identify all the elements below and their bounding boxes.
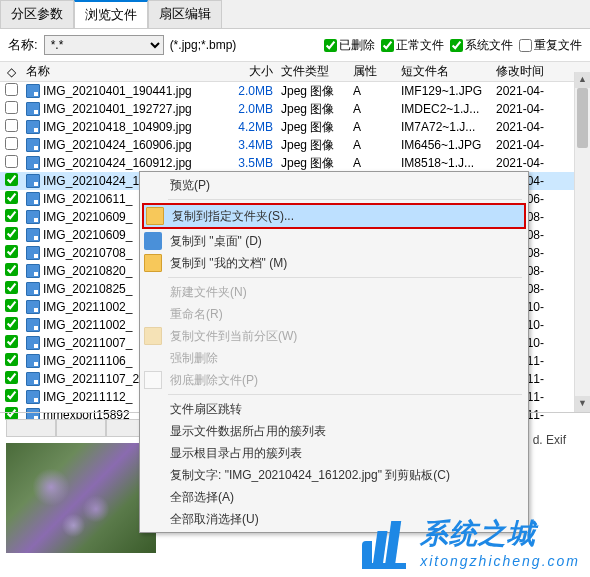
file-icon — [26, 138, 40, 152]
file-name: IMG_20211106_ — [43, 354, 132, 368]
row-checkbox[interactable] — [5, 119, 18, 132]
file-name: IMG_20210418_104909.jpg — [43, 120, 192, 134]
file-size: 3.5MB — [222, 156, 277, 170]
file-name: IMG_20211002_ — [43, 300, 132, 314]
file-size: 3.4MB — [222, 138, 277, 152]
menu-preview[interactable]: 预览(P) — [142, 174, 526, 196]
col-attr[interactable]: 属性 — [349, 63, 397, 80]
file-attr: A — [349, 120, 397, 134]
col-short[interactable]: 短文件名 — [397, 63, 492, 80]
row-checkbox[interactable] — [5, 281, 18, 294]
file-icon — [26, 372, 40, 386]
file-name: IMG_20210820_ — [43, 264, 132, 278]
file-icon — [26, 174, 40, 188]
file-icon — [26, 300, 40, 314]
tab-sector-edit[interactable]: 扇区编辑 — [148, 0, 222, 28]
row-checkbox[interactable] — [5, 209, 18, 222]
col-type[interactable]: 文件类型 — [277, 63, 349, 80]
table-row[interactable]: IMG_20210418_104909.jpg4.2MBJpeg 图像AIM7A… — [0, 118, 590, 136]
check-duplicate[interactable]: 重复文件 — [519, 37, 582, 54]
col-check[interactable]: ◇ — [0, 65, 22, 79]
menu-force-delete[interactable]: 强制删除 — [142, 347, 526, 369]
file-name: IMG_20210611_ — [43, 192, 132, 206]
check-normal[interactable]: 正常文件 — [381, 37, 444, 54]
file-type: Jpeg 图像 — [277, 155, 349, 172]
table-header: ◇ 名称 大小 文件类型 属性 短文件名 修改时间 — [0, 62, 590, 82]
menu-new-folder[interactable]: 新建文件夹(N) — [142, 281, 526, 303]
menu-copy-partition[interactable]: 复制文件到当前分区(W) — [142, 325, 526, 347]
tab-browse[interactable]: 浏览文件 — [74, 0, 148, 28]
file-icon — [26, 336, 40, 350]
file-icon — [26, 282, 40, 296]
file-name: IMG_20211112_ — [43, 390, 132, 404]
scroll-down-arrow[interactable]: ▼ — [575, 396, 590, 412]
file-name: IMG_20211002_ — [43, 318, 132, 332]
row-checkbox[interactable] — [5, 353, 18, 366]
file-icon — [26, 120, 40, 134]
file-short: IMDEC2~1.J... — [397, 102, 492, 116]
file-name: IMG_20210609_ — [43, 228, 132, 242]
menu-rename[interactable]: 重命名(R) — [142, 303, 526, 325]
file-short: IMF129~1.JPG — [397, 84, 492, 98]
row-checkbox[interactable] — [5, 191, 18, 204]
scroll-thumb[interactable] — [577, 88, 588, 148]
row-checkbox[interactable] — [5, 227, 18, 240]
table-row[interactable]: IMG_20210401_192727.jpg2.0MBJpeg 图像AIMDE… — [0, 100, 590, 118]
row-checkbox[interactable] — [5, 137, 18, 150]
file-name: IMG_20211107_2 — [43, 372, 139, 386]
file-short: IM6456~1.JPG — [397, 138, 492, 152]
ext-hint: (*.jpg;*.bmp) — [170, 38, 237, 52]
row-checkbox[interactable] — [5, 263, 18, 276]
table-row[interactable]: IMG_20210424_160912.jpg3.5MBJpeg 图像AIM85… — [0, 154, 590, 172]
file-name: IMG_20210424_160906.jpg — [43, 138, 192, 152]
file-short: IM8518~1.J... — [397, 156, 492, 170]
row-checkbox[interactable] — [5, 101, 18, 114]
vertical-scrollbar[interactable]: ▲ ▼ — [574, 72, 590, 412]
file-icon — [26, 102, 40, 116]
row-checkbox[interactable] — [5, 155, 18, 168]
menu-perm-delete[interactable]: 彻底删除文件(P) — [142, 369, 526, 391]
menu-select-all[interactable]: 全部选择(A) — [142, 486, 526, 508]
menu-copy-to-folder[interactable]: 复制到指定文件夹(S)... — [144, 205, 524, 227]
scroll-up-arrow[interactable]: ▲ — [575, 72, 590, 88]
check-system[interactable]: 系统文件 — [450, 37, 513, 54]
menu-copy-desktop[interactable]: 复制到 "桌面" (D) — [142, 230, 526, 252]
col-name[interactable]: 名称 — [22, 63, 222, 80]
file-name: IMG_20211007_ — [43, 336, 132, 350]
row-checkbox[interactable] — [5, 317, 18, 330]
filter-row: 名称: *.* (*.jpg;*.bmp) 已删除 正常文件 系统文件 重复文件 — [0, 29, 590, 62]
check-deleted[interactable]: 已删除 — [324, 37, 375, 54]
row-checkbox[interactable] — [5, 83, 18, 96]
col-date[interactable]: 修改时间 — [492, 63, 562, 80]
row-checkbox[interactable] — [5, 335, 18, 348]
col-size[interactable]: 大小 — [222, 63, 277, 80]
file-icon — [26, 156, 40, 170]
file-date: 2021-04- — [492, 156, 562, 170]
file-date: 2021-04- — [492, 102, 562, 116]
table-row[interactable]: IMG_20210401_190441.jpg2.0MBJpeg 图像AIMF1… — [0, 82, 590, 100]
row-checkbox[interactable] — [5, 299, 18, 312]
name-filter-select[interactable]: *.* — [44, 35, 164, 55]
tab-partition[interactable]: 分区参数 — [0, 0, 74, 28]
menu-root-cluster[interactable]: 显示根目录占用的簇列表 — [142, 442, 526, 464]
file-attr: A — [349, 156, 397, 170]
file-type: Jpeg 图像 — [277, 101, 349, 118]
menu-copy-docs[interactable]: 复制到 "我的文档" (M) — [142, 252, 526, 274]
menu-cluster-list[interactable]: 显示文件数据所占用的簇列表 — [142, 420, 526, 442]
file-icon — [26, 354, 40, 368]
file-name: IMG_20210609_ — [43, 210, 132, 224]
file-date: 2021-04- — [492, 138, 562, 152]
menu-sector-jump[interactable]: 文件扇区跳转 — [142, 398, 526, 420]
file-attr: A — [349, 138, 397, 152]
table-row[interactable]: IMG_20210424_160906.jpg3.4MBJpeg 图像AIM64… — [0, 136, 590, 154]
menu-copy-text[interactable]: 复制文字: "IMG_20210424_161202.jpg" 到剪贴板(C) — [142, 464, 526, 486]
row-checkbox[interactable] — [5, 245, 18, 258]
row-checkbox[interactable] — [5, 173, 18, 186]
file-size: 2.0MB — [222, 102, 277, 116]
file-name: IMG_20210401_192727.jpg — [43, 102, 192, 116]
file-date: 2021-04- — [492, 120, 562, 134]
file-type: Jpeg 图像 — [277, 83, 349, 100]
row-checkbox[interactable] — [5, 389, 18, 402]
row-checkbox[interactable] — [5, 371, 18, 384]
watermark-cn: 系统之城 — [420, 515, 580, 553]
